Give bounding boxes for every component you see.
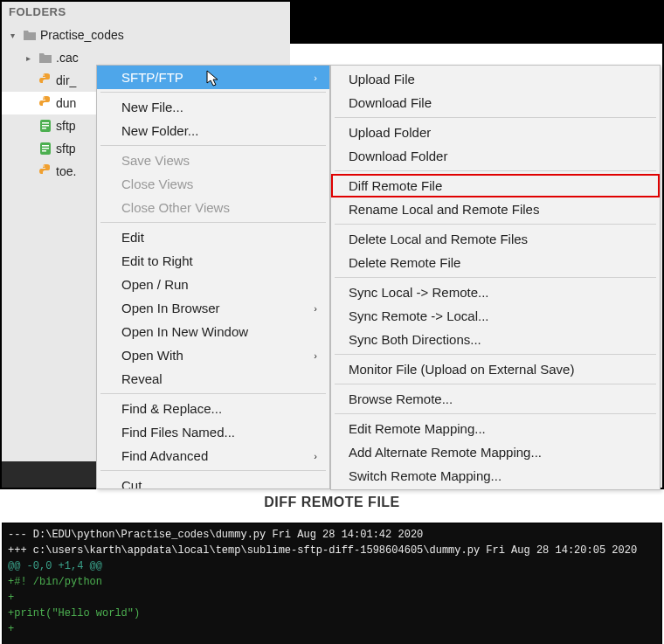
json-icon bbox=[37, 119, 54, 133]
submenu-item[interactable]: Upload File bbox=[331, 67, 660, 91]
submenu-item-label: Upload Folder bbox=[349, 125, 431, 140]
svg-point-1 bbox=[43, 97, 45, 99]
submenu-item[interactable]: Delete Local and Remote Files bbox=[331, 227, 660, 251]
menu-item[interactable]: Cut bbox=[97, 474, 329, 489]
menu-item-label: Find Advanced bbox=[121, 448, 208, 463]
submenu-item-label: Download Folder bbox=[349, 149, 447, 163]
status-strip bbox=[2, 461, 98, 488]
submenu-item-label: Sync Remote -> Local... bbox=[349, 308, 489, 323]
python-icon bbox=[37, 96, 54, 110]
menu-item[interactable]: Open In Browser› bbox=[97, 296, 329, 320]
terminal-line: --- D:\EDU\python\Practise_codes\dummy.p… bbox=[8, 527, 656, 543]
terminal-line: + bbox=[8, 621, 656, 637]
menu-item[interactable]: Reveal bbox=[97, 367, 329, 391]
python-icon bbox=[37, 164, 54, 178]
svg-point-0 bbox=[43, 74, 45, 76]
menu-item[interactable]: Edit bbox=[97, 225, 329, 249]
submenu-item-label: Upload File bbox=[349, 72, 415, 87]
submenu-item-label: Browse Remote... bbox=[349, 391, 453, 406]
menu-item-label: Open In Browser bbox=[121, 301, 220, 315]
menu-item-label: Cut bbox=[121, 478, 142, 489]
menu-item-label: Save Views bbox=[121, 153, 190, 168]
menu-item[interactable]: New File... bbox=[97, 95, 329, 119]
submenu-item[interactable]: Switch Remote Mapping... bbox=[331, 464, 660, 488]
folder-icon bbox=[37, 52, 54, 64]
menu-item[interactable]: Find Files Named... bbox=[97, 420, 329, 444]
menu-item-label: Close Views bbox=[121, 177, 193, 191]
submenu-item-label: Switch Remote Mapping... bbox=[349, 468, 501, 483]
submenu-item-label: Rename Local and Remote Files bbox=[349, 202, 539, 217]
menu-item-label: Find & Replace... bbox=[121, 401, 222, 416]
submenu-item[interactable]: Sync Remote -> Local... bbox=[331, 304, 660, 328]
submenu-item[interactable]: Sync Both Directions... bbox=[331, 328, 660, 351]
editor-window: FOLDERS ▾ Practise_codes ▸.cacdir_dunsft… bbox=[0, 0, 664, 489]
menu-item[interactable]: Find & Replace... bbox=[97, 397, 329, 420]
menu-item[interactable]: Edit to Right bbox=[97, 249, 329, 273]
menu-item[interactable]: New Folder... bbox=[97, 119, 329, 142]
tree-item-label: dir_ bbox=[54, 73, 76, 87]
submenu-item[interactable]: Upload Folder bbox=[331, 121, 660, 144]
menu-separator bbox=[100, 470, 326, 471]
tree-root[interactable]: ▾ Practise_codes bbox=[2, 24, 290, 46]
submenu-item[interactable]: Add Alternate Remote Mapping... bbox=[331, 440, 660, 464]
context-menu: SFTP/FTP›New File...New Folder...Save Vi… bbox=[96, 65, 330, 489]
terminal-line: +++ c:\users\karth\appdata\local\temp\su… bbox=[8, 543, 656, 558]
sftp-submenu: Upload FileDownload FileUpload FolderDow… bbox=[330, 65, 661, 490]
chevron-right-icon: › bbox=[314, 303, 317, 314]
menu-separator bbox=[335, 170, 656, 171]
submenu-item-label: Sync Local -> Remote... bbox=[349, 285, 489, 300]
svg-point-10 bbox=[43, 165, 45, 167]
submenu-item[interactable]: Rename Local and Remote Files bbox=[331, 197, 660, 221]
submenu-item[interactable]: Browse Remote... bbox=[331, 387, 660, 411]
menu-item[interactable]: Open In New Window bbox=[97, 320, 329, 343]
submenu-item[interactable]: Diff Remote File bbox=[331, 174, 660, 197]
svg-rect-9 bbox=[42, 150, 46, 152]
terminal-line: +print("Hello world") bbox=[8, 606, 656, 621]
svg-rect-8 bbox=[42, 148, 49, 149]
menu-separator bbox=[100, 222, 326, 223]
menu-separator bbox=[100, 145, 326, 146]
submenu-item-label: Sync Both Directions... bbox=[349, 332, 481, 347]
menu-item: Save Views bbox=[97, 149, 329, 172]
chevron-right-icon: › bbox=[314, 350, 317, 361]
menu-item-label: Close Other Views bbox=[121, 200, 230, 215]
submenu-item[interactable]: Download Folder bbox=[331, 144, 660, 168]
menu-separator bbox=[100, 92, 326, 93]
menu-item-label: Open With bbox=[121, 348, 183, 363]
terminal-diff-output: --- D:\EDU\python\Practise_codes\dummy.p… bbox=[2, 523, 662, 644]
svg-rect-4 bbox=[42, 125, 49, 127]
menu-separator bbox=[100, 393, 326, 394]
menu-separator bbox=[335, 384, 656, 384]
json-icon bbox=[37, 142, 54, 156]
chevron-right-icon: › bbox=[314, 451, 317, 461]
menu-item-label: New File... bbox=[121, 100, 183, 114]
menu-separator bbox=[335, 277, 656, 278]
sidebar-header: FOLDERS bbox=[2, 2, 290, 22]
chevron-down-icon: ▾ bbox=[10, 31, 21, 40]
menu-item[interactable]: Open / Run bbox=[97, 273, 329, 296]
submenu-item-label: Diff Remote File bbox=[349, 178, 442, 193]
editor-tabbar bbox=[290, 2, 662, 44]
tree-item-label: .cac bbox=[54, 51, 79, 65]
menu-item: Close Views bbox=[97, 172, 329, 196]
submenu-item[interactable]: Download File bbox=[331, 91, 660, 114]
submenu-item-label: Edit Remote Mapping... bbox=[349, 421, 486, 436]
menu-item-label: Edit bbox=[121, 230, 144, 245]
menu-item[interactable]: SFTP/FTP› bbox=[97, 66, 329, 89]
submenu-item[interactable]: Monitor File (Upload on External Save) bbox=[331, 357, 660, 381]
submenu-item[interactable]: Edit Remote Mapping... bbox=[331, 417, 660, 440]
svg-rect-5 bbox=[42, 128, 46, 129]
tree-item-label: sftp bbox=[54, 119, 76, 133]
submenu-item[interactable]: Sync Local -> Remote... bbox=[331, 280, 660, 304]
menu-item-label: Reveal bbox=[121, 371, 163, 386]
submenu-item[interactable]: Delete Remote File bbox=[331, 251, 660, 274]
chevron-right-icon: ▸ bbox=[26, 53, 37, 63]
tree-item-label: dun bbox=[54, 96, 76, 110]
menu-item[interactable]: Open With› bbox=[97, 343, 329, 367]
menu-item[interactable]: Find Advanced› bbox=[97, 444, 329, 467]
terminal-line: @@ -0,0 +1,4 @@ bbox=[8, 558, 656, 574]
python-icon bbox=[37, 73, 54, 87]
menu-item-label: New Folder... bbox=[121, 123, 198, 138]
tree-root-label: Practise_codes bbox=[38, 28, 124, 42]
menu-item-label: Edit to Right bbox=[121, 253, 193, 268]
